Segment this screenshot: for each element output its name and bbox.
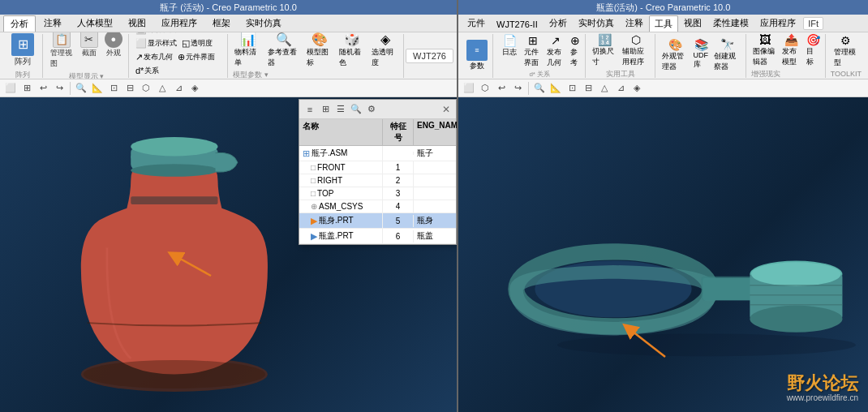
tree-search-btn[interactable]: 🔍 <box>349 102 363 117</box>
tab-frame[interactable]: 框架 <box>205 15 238 32</box>
explode-btn[interactable]: 🔳分解视图 <box>134 32 178 36</box>
r-nav-7[interactable]: ⊡ <box>565 81 579 96</box>
tree-cell-eng-3 <box>414 192 456 195</box>
bom-btn[interactable]: 📊物料清单 <box>233 32 263 69</box>
tree-row-6[interactable]: ▶ 瓶盖.PRT 6 瓶盖 <box>299 229 456 244</box>
model-tree-panel: ≡ ⊞ ☰ 🔍 ⚙ ✕ 名称 特征号 ENG_NAME ⊞ <box>299 99 457 245</box>
right-ribbon-tabs: 元件 WJT276-II 分析 实时仿真 注释 工具 视图 柔性建模 应用程序 … <box>458 15 868 32</box>
tree-cell-eng-6: 瓶盖 <box>414 229 456 243</box>
ribbon-group-view: 📋 管理视图 ✂ 截面 ● 外观 模型显示 ▾ <box>45 34 129 78</box>
right-tab-apps[interactable]: 应用程序 <box>754 15 801 32</box>
bottle-svg <box>16 105 324 412</box>
right-tab-component[interactable]: 元件 <box>462 15 491 32</box>
right-group-toolkit: ⚙管理模型 TOOLKIT <box>827 34 865 78</box>
switch-dim-btn[interactable]: 🔢切换尺寸 <box>591 32 619 68</box>
tab-annotation[interactable]: 注释 <box>37 15 69 32</box>
model-icon-btn[interactable]: 🎨模型图标 <box>305 32 335 69</box>
create-inspector-btn[interactable]: 🔭创建观察器 <box>712 37 741 73</box>
ref-btn[interactable]: ⊕元件界面 <box>176 51 217 63</box>
publish-geo2-btn[interactable]: ↗发布几何 <box>545 33 566 69</box>
r-nav-3[interactable]: ↩ <box>494 81 509 96</box>
app-container: 瓶子 (活动) - Creo Parametric 10.0 分析 注释 人体模… <box>0 0 868 412</box>
display-style-btn[interactable]: ⬜显示样式 <box>134 37 178 49</box>
publish-geo-btn[interactable]: ↗发布几何 <box>134 51 174 63</box>
tree-row-4[interactable]: ⊕ ASM_CSYS 4 <box>299 200 456 213</box>
nav-4[interactable]: ↪ <box>52 81 67 96</box>
right-tab-annotation[interactable]: 注释 <box>620 15 649 32</box>
tree-cell-id-2: 2 <box>383 174 414 187</box>
target-btn[interactable]: 🎯目标 <box>805 32 822 68</box>
nav-11[interactable]: ⊿ <box>171 81 186 96</box>
publish-model-btn[interactable]: 📤发布模型 <box>780 32 803 68</box>
right-tab-simulation[interactable]: 实时仿真 <box>573 15 620 32</box>
right-tab-flex[interactable]: 柔性建模 <box>707 15 754 32</box>
tree-cell-eng-4 <box>414 205 456 208</box>
r-nav-10[interactable]: ⊿ <box>613 81 628 96</box>
right-tab-wjt[interactable]: WJT276-II <box>491 17 544 32</box>
nav-7[interactable]: ⊡ <box>106 81 121 96</box>
ref-viewer-btn[interactable]: 🔍参考查看器 <box>266 32 303 69</box>
array-btn[interactable]: ⊞ 阵列 <box>8 32 37 69</box>
random-color-btn[interactable]: 🎲随机着色 <box>337 32 367 69</box>
tree-close-btn[interactable]: ✕ <box>440 103 453 116</box>
tree-row-5[interactable]: ▶ 瓶身.PRT 5 瓶身 <box>299 213 456 229</box>
tree-settings-btn[interactable]: ⚙ <box>364 102 379 117</box>
left-3d-viewport: ≡ ⊞ ☰ 🔍 ⚙ ✕ 名称 特征号 ENG_NAME ⊞ <box>0 97 457 412</box>
manage-model-btn[interactable]: ⚙管理模型 <box>831 33 862 69</box>
manage-view-btn[interactable]: 📋 管理视图 <box>48 32 76 70</box>
nav-1[interactable]: ⬜ <box>3 81 18 96</box>
tree-cell-name-3: □ TOP <box>307 187 383 200</box>
nav-10[interactable]: △ <box>155 81 170 96</box>
nav-6[interactable]: 📐 <box>90 81 105 96</box>
tree-grid-btn[interactable]: ⊞ <box>318 102 333 117</box>
r-nav-6[interactable]: 📐 <box>548 81 563 96</box>
tree-list-btn[interactable]: ☰ <box>333 102 348 117</box>
image-editor-btn[interactable]: 🖼图像编辑器 <box>751 32 779 68</box>
tree-row-2[interactable]: □ RIGHT 2 <box>299 174 456 187</box>
right-group-log: 📄日志 ⊞元件界面 ↗发布几何 ⊕参考 d* 关系 <box>495 34 586 78</box>
comp-interface-btn[interactable]: ⊞元件界面 <box>522 33 544 69</box>
left-quick-bar: ⬜ ⊞ ↩ ↪ 🔍 📐 ⊡ ⊟ ⬡ △ ⊿ ◈ <box>0 79 457 97</box>
nav-12[interactable]: ◈ <box>187 81 202 96</box>
r-nav-8[interactable]: ⊟ <box>581 81 595 96</box>
dx-btn[interactable]: d*关系 <box>134 65 161 77</box>
tab-analysis[interactable]: 分析 <box>3 15 36 32</box>
transparency2-btn[interactable]: ◈选透明度 <box>370 32 400 69</box>
r-nav-2[interactable]: ⬡ <box>478 81 492 96</box>
nav-5[interactable]: 🔍 <box>74 81 88 96</box>
right-tab-analysis[interactable]: 分析 <box>544 15 573 32</box>
r-nav-5[interactable]: 🔍 <box>532 81 547 96</box>
right-tab-view[interactable]: 视图 <box>678 15 707 32</box>
appearance-btn[interactable]: ● 外观 <box>102 32 125 70</box>
appearance-mgr-btn[interactable]: 🎨外观管理器 <box>660 37 690 73</box>
transparency-btn[interactable]: ◱透明度 <box>180 37 214 49</box>
tree-col-id-header: 特征号 <box>383 119 414 145</box>
tree-menu-btn[interactable]: ≡ <box>303 102 317 117</box>
tree-cell-name-1: □ FRONT <box>307 161 383 174</box>
tree-toolbar: ≡ ⊞ ☰ 🔍 ⚙ ✕ <box>299 100 456 119</box>
tab-humanmodel[interactable]: 人体模型 <box>70 15 120 32</box>
tab-view[interactable]: 视图 <box>121 15 153 32</box>
r-nav-4[interactable]: ↪ <box>510 81 525 96</box>
nav-9[interactable]: ⬡ <box>139 81 153 96</box>
tree-cell-id-0 <box>383 152 414 155</box>
log-btn[interactable]: 📄日志 <box>498 33 521 69</box>
r-nav-9[interactable]: △ <box>597 81 612 96</box>
tab-apps[interactable]: 应用程序 <box>154 15 204 32</box>
nav-3[interactable]: ↩ <box>36 81 50 96</box>
nav-8[interactable]: ⊟ <box>122 81 137 96</box>
section-btn[interactable]: ✂ 截面 <box>78 32 101 70</box>
tab-realtime-sim[interactable]: 实时仿真 <box>238 15 289 32</box>
params-btn[interactable]: ≡ 参数 <box>466 40 488 71</box>
r-nav-1[interactable]: ⬜ <box>462 81 476 96</box>
assist-apps-btn[interactable]: ⬡辅助应用程序 <box>621 32 651 68</box>
r-nav-11[interactable]: ◈ <box>630 81 644 96</box>
tree-row-0[interactable]: ⊞ 瓶子.ASM 瓶子 <box>299 146 456 161</box>
nav-2[interactable]: ⊞ <box>19 81 34 96</box>
tree-row-3[interactable]: □ TOP 3 <box>299 187 456 200</box>
tree-cell-name-4: ⊕ ASM_CSYS <box>307 200 383 212</box>
tree-row-1[interactable]: □ FRONT 1 <box>299 161 456 174</box>
udf-lib-btn[interactable]: 📚UDF库 <box>692 37 711 73</box>
ref2-btn[interactable]: ⊕参考 <box>569 33 582 69</box>
right-tab-tools[interactable]: 工具 <box>649 15 678 32</box>
